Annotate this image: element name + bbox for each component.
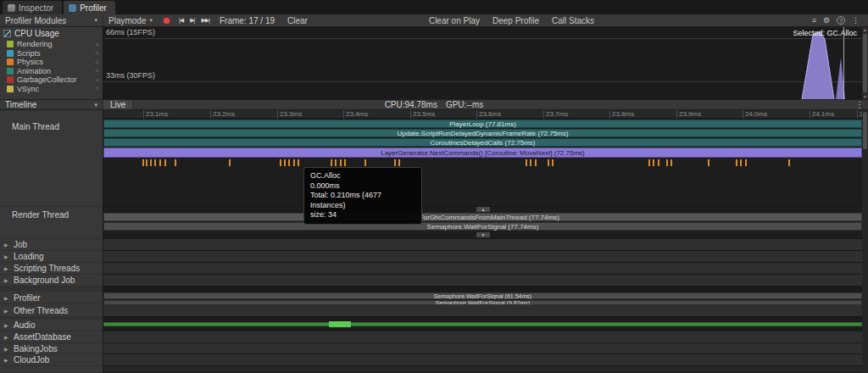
expand-arrow-icon[interactable]: ▶	[4, 346, 11, 352]
drag-handle-icon[interactable]: =	[95, 85, 99, 92]
list-icon[interactable]: ≡	[812, 16, 816, 25]
thread-label-assetdatabase[interactable]: ▶ AssetDatabase	[0, 331, 103, 343]
thread-label-background-job[interactable]: ▶ Background Job	[0, 275, 103, 287]
gc-alloc-marker[interactable]	[658, 159, 659, 166]
gc-alloc-marker[interactable]	[175, 159, 176, 166]
assetdatabase-lane[interactable]	[103, 331, 862, 343]
main-thread-lane[interactable]: PlayerLoop (77.81ms) Update.ScriptRunDel…	[103, 119, 862, 207]
gc-alloc-marker[interactable]	[293, 159, 295, 166]
gc-alloc-marker[interactable]	[398, 159, 400, 166]
expand-arrow-icon[interactable]: ▶	[4, 334, 11, 340]
gc-alloc-marker[interactable]	[340, 159, 342, 166]
render-thread-lane[interactable]: ▲ WaitForGfxCommandsFromMainThread (77.7…	[103, 207, 862, 239]
expand-arrow-icon[interactable]: ▶	[4, 253, 11, 259]
thread-label-job[interactable]: ▶ Job	[0, 239, 103, 251]
timeline-view-dropdown[interactable]: Timeline ▾	[0, 100, 103, 109]
record-button[interactable]	[163, 17, 170, 25]
scripting-threads-lane[interactable]	[103, 263, 862, 275]
gc-alloc-marker[interactable]	[344, 159, 346, 166]
scroll-up-icon[interactable]: ▲	[863, 27, 867, 32]
timeline-scrollbar[interactable]	[862, 110, 868, 373]
gc-alloc-marker[interactable]	[288, 159, 290, 166]
thread-label-main-thread[interactable]: Main Thread	[0, 119, 103, 207]
legend-item-vsync[interactable]: VSync =	[0, 85, 103, 94]
scroll-down-icon[interactable]: ▼	[863, 94, 867, 99]
gc-alloc-marker[interactable]	[653, 159, 654, 166]
audio-lane[interactable]	[103, 320, 862, 331]
expand-arrow-icon[interactable]: ▶	[4, 295, 11, 301]
tab-inspector[interactable]: Inspector	[3, 1, 62, 14]
timeline-bar-semaphore-wait[interactable]: Semaphore.WaitForSignal (77.74ms)	[103, 222, 862, 231]
bakingjobs-lane[interactable]	[103, 343, 862, 354]
collapse-down-icon[interactable]: ▼	[476, 232, 490, 237]
expand-arrow-icon[interactable]: ▶	[4, 357, 11, 363]
expand-arrow-icon[interactable]: ▶	[4, 322, 11, 328]
job-lane[interactable]	[103, 239, 862, 251]
next-frame-button[interactable]: ▶|	[186, 17, 198, 24]
expand-arrow-icon[interactable]: ▶	[4, 265, 11, 271]
expand-arrow-icon[interactable]: ▶	[4, 277, 11, 283]
call-stacks-button[interactable]: Call Stacks	[546, 14, 601, 26]
thread-label-profiler[interactable]: ▶ Profiler	[0, 292, 103, 304]
gc-alloc-marker[interactable]	[150, 159, 152, 166]
gc-alloc-marker[interactable]	[648, 159, 650, 166]
gc-alloc-marker[interactable]	[788, 159, 790, 166]
chart-scroll-thumb[interactable]	[863, 34, 867, 92]
timeline-bar-update-script[interactable]: Update.ScriptRunDelayedDynamicFrameRate …	[103, 129, 862, 137]
gc-alloc-marker[interactable]	[284, 159, 286, 166]
cloudjob-lane[interactable]	[103, 354, 862, 366]
tab-profiler[interactable]: Profiler	[64, 1, 115, 14]
chart-scrollbar[interactable]: ▲ ▼	[862, 27, 868, 99]
legend-item-rendering[interactable]: Rendering =	[0, 40, 103, 49]
help-icon[interactable]: ?	[837, 16, 845, 25]
current-frame-button[interactable]: ▶▶|	[198, 17, 213, 24]
gc-alloc-marker[interactable]	[535, 159, 537, 166]
gc-alloc-marker[interactable]	[394, 159, 396, 166]
gc-alloc-marker[interactable]	[229, 159, 231, 166]
timeline-bar-waitforgfx[interactable]: WaitForGfxCommandsFromMainThread (77.74m…	[103, 213, 862, 221]
drag-handle-icon[interactable]: =	[95, 58, 99, 66]
gc-alloc-marker[interactable]	[526, 159, 527, 166]
drag-handle-icon[interactable]: =	[95, 67, 99, 75]
gc-alloc-marker[interactable]	[740, 159, 742, 166]
thread-label-render-thread[interactable]: Render Thread	[0, 207, 103, 239]
legend-item-animation[interactable]: Animation =	[0, 67, 103, 76]
live-button[interactable]: Live	[103, 100, 133, 109]
gc-alloc-marker[interactable]	[280, 159, 281, 166]
gc-alloc-marker[interactable]	[335, 159, 337, 166]
profiler-lane[interactable]: Semaphore.WaitForSignal (61.54ms) Semaph…	[103, 292, 862, 304]
timeline-bar-playerloop[interactable]: PlayerLoop (77.81ms)	[103, 120, 862, 128]
gc-alloc-marker[interactable]	[164, 159, 166, 166]
prev-frame-button[interactable]: |◀	[175, 17, 186, 24]
gear-icon[interactable]: ⚙	[823, 16, 830, 25]
gc-alloc-marker[interactable]	[142, 159, 144, 166]
gc-alloc-marker[interactable]	[331, 159, 332, 166]
timeline-scroll-thumb[interactable]	[863, 112, 867, 149]
thread-label-audio[interactable]: ▶ Audio	[0, 320, 103, 331]
cpu-usage-chart[interactable]: 66ms (15FPS) 33ms (30FPS) Selected: GC.A…	[103, 27, 868, 99]
loading-lane[interactable]	[103, 251, 862, 263]
thread-label-scripting-threads[interactable]: ▶ Scripting Threads	[0, 263, 103, 275]
toolbar-menu-icon[interactable]: ⋮	[852, 16, 860, 25]
timeline-bar-coroutines[interactable]: CoroutinesDelayedCalls (72.75ms)	[103, 138, 862, 147]
time-ruler-ticks[interactable]: 23.1ms23.2ms23.3ms23.4ms23.5ms23.6ms23.7…	[103, 110, 862, 119]
gc-alloc-marker[interactable]	[708, 159, 709, 166]
deep-profile-button[interactable]: Deep Profile	[487, 14, 546, 26]
audio-activity-bar[interactable]	[103, 322, 862, 326]
thread-label-bakingjobs[interactable]: ▶ BakingJobs	[0, 343, 103, 354]
collapse-up-icon[interactable]: ▲	[476, 207, 490, 212]
playmode-dropdown[interactable]: Playmode ▾	[103, 14, 158, 26]
legend-item-physics[interactable]: Physics =	[0, 58, 103, 67]
thread-label-loading[interactable]: ▶ Loading	[0, 251, 103, 263]
gc-alloc-marker[interactable]	[666, 159, 668, 166]
drag-handle-icon[interactable]: =	[95, 49, 99, 57]
gc-alloc-marker[interactable]	[670, 159, 672, 166]
thread-label-cloudjob[interactable]: ▶ CloudJob	[0, 354, 103, 366]
expand-arrow-icon[interactable]: ▶	[4, 308, 11, 314]
expand-arrow-icon[interactable]: ▶	[4, 242, 11, 248]
audio-activity-highlight[interactable]	[329, 321, 351, 327]
gc-alloc-marker[interactable]	[159, 159, 161, 166]
gc-alloc-marker[interactable]	[146, 159, 147, 166]
legend-item-garbagecollector[interactable]: GarbageCollector =	[0, 75, 103, 85]
gc-alloc-marker[interactable]	[364, 159, 366, 166]
